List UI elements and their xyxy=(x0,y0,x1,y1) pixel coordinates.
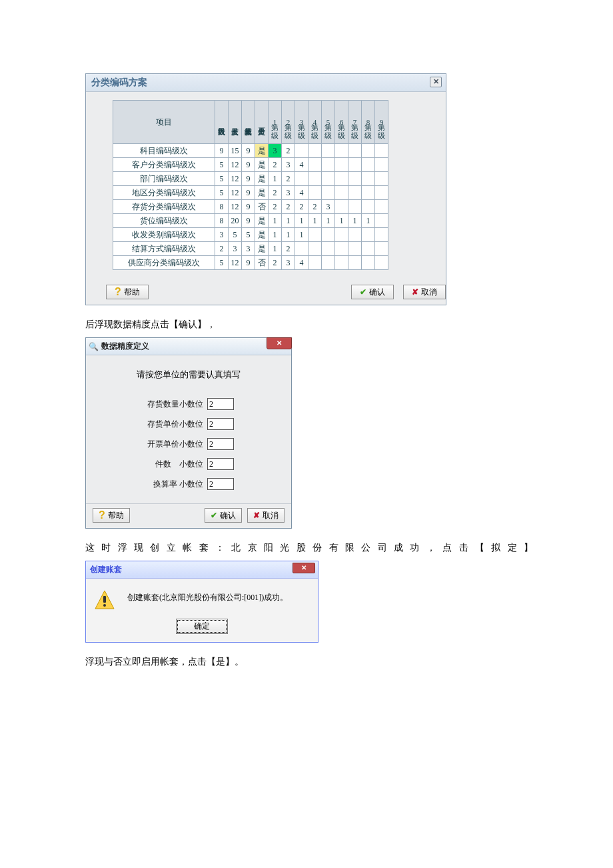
cell[interactable]: 是 xyxy=(255,242,269,256)
cell[interactable]: 部门编码级次 xyxy=(113,172,215,186)
cell[interactable] xyxy=(348,144,362,158)
cell[interactable] xyxy=(375,186,388,200)
cell[interactable] xyxy=(322,144,335,158)
cell[interactable] xyxy=(308,228,322,242)
cell[interactable]: 2 xyxy=(282,200,295,214)
cell[interactable] xyxy=(335,172,348,186)
cell[interactable]: 是 xyxy=(255,186,269,200)
cell[interactable]: 2 xyxy=(282,242,295,256)
ok-button[interactable]: ✔ 确认 xyxy=(205,508,242,523)
cell[interactable]: 1 xyxy=(269,172,282,186)
cell[interactable]: 3 xyxy=(322,200,335,214)
cell[interactable]: 9 xyxy=(242,186,255,200)
cell[interactable] xyxy=(335,186,348,200)
decimal-input[interactable]: 2 xyxy=(207,438,234,450)
cell[interactable]: 否 xyxy=(255,256,269,270)
cell[interactable]: 2 xyxy=(215,242,229,256)
cell[interactable] xyxy=(308,172,322,186)
cell[interactable]: 12 xyxy=(229,186,242,200)
cell[interactable] xyxy=(335,228,348,242)
cell[interactable]: 3 xyxy=(269,144,282,158)
cell[interactable] xyxy=(362,186,375,200)
cell[interactable]: 2 xyxy=(269,158,282,172)
decimal-input[interactable]: 2 xyxy=(207,478,234,490)
cell[interactable]: 3 xyxy=(282,256,295,270)
cell[interactable] xyxy=(362,228,375,242)
cell[interactable]: 地区分类编码级次 xyxy=(113,186,215,200)
cell[interactable]: 9 xyxy=(242,172,255,186)
cell[interactable]: 3 xyxy=(282,158,295,172)
cell[interactable] xyxy=(375,214,388,228)
cell[interactable]: 12 xyxy=(229,172,242,186)
cell[interactable] xyxy=(295,242,308,256)
cell[interactable]: 2 xyxy=(269,256,282,270)
cell[interactable] xyxy=(348,158,362,172)
cell[interactable] xyxy=(375,200,388,214)
cancel-button[interactable]: ✘ 取消 xyxy=(403,285,446,299)
cell[interactable] xyxy=(308,242,322,256)
cell[interactable] xyxy=(335,158,348,172)
cell[interactable] xyxy=(335,200,348,214)
cell[interactable]: 供应商分类编码级次 xyxy=(113,256,215,270)
cell[interactable] xyxy=(322,242,335,256)
cell[interactable]: 5 xyxy=(215,158,229,172)
cancel-button[interactable]: ✘ 取消 xyxy=(247,508,285,523)
cell[interactable] xyxy=(375,172,388,186)
cell[interactable] xyxy=(348,172,362,186)
cell[interactable] xyxy=(362,200,375,214)
cell[interactable]: 3 xyxy=(229,242,242,256)
cell[interactable] xyxy=(322,256,335,270)
decimal-input[interactable]: 2 xyxy=(207,418,234,430)
cell[interactable]: 3 xyxy=(242,242,255,256)
decimal-input[interactable]: 2 xyxy=(207,398,234,410)
cell[interactable]: 9 xyxy=(242,214,255,228)
cell[interactable]: 1 xyxy=(269,228,282,242)
cell[interactable]: 4 xyxy=(295,186,308,200)
cell[interactable] xyxy=(308,186,322,200)
cell[interactable]: 存货分类编码级次 xyxy=(113,200,215,214)
cell[interactable]: 4 xyxy=(295,256,308,270)
cell[interactable] xyxy=(348,200,362,214)
cell[interactable]: 2 xyxy=(308,200,322,214)
cell[interactable]: 1 xyxy=(295,228,308,242)
cell[interactable] xyxy=(348,228,362,242)
close-icon[interactable]: ✕ xyxy=(267,337,292,349)
cell[interactable] xyxy=(308,158,322,172)
cell[interactable] xyxy=(322,158,335,172)
cell[interactable] xyxy=(348,256,362,270)
cell[interactable] xyxy=(322,186,335,200)
cell[interactable]: 5 xyxy=(215,186,229,200)
cell[interactable] xyxy=(295,172,308,186)
cell[interactable]: 9 xyxy=(242,144,255,158)
close-icon[interactable]: ✕ xyxy=(430,77,442,87)
cell[interactable] xyxy=(362,144,375,158)
cell[interactable] xyxy=(375,158,388,172)
cell[interactable]: 5 xyxy=(215,256,229,270)
cell[interactable] xyxy=(362,172,375,186)
cell[interactable]: 1 xyxy=(335,214,348,228)
cell[interactable]: 3 xyxy=(215,228,229,242)
cell[interactable]: 1 xyxy=(295,214,308,228)
cell[interactable] xyxy=(362,158,375,172)
cell[interactable]: 货位编码级次 xyxy=(113,214,215,228)
cell[interactable]: 5 xyxy=(242,228,255,242)
cell[interactable]: 20 xyxy=(229,214,242,228)
cell[interactable]: 收发类别编码级次 xyxy=(113,228,215,242)
cell[interactable] xyxy=(348,242,362,256)
cell[interactable]: 是 xyxy=(255,158,269,172)
decimal-input[interactable]: 2 xyxy=(207,458,234,470)
cell[interactable]: 2 xyxy=(269,200,282,214)
help-button[interactable]: ? 帮助 xyxy=(93,508,130,523)
cell[interactable] xyxy=(335,242,348,256)
cell[interactable]: 1 xyxy=(348,214,362,228)
cell[interactable]: 是 xyxy=(255,172,269,186)
cell[interactable] xyxy=(335,256,348,270)
cell[interactable]: 9 xyxy=(242,158,255,172)
cell[interactable]: 2 xyxy=(282,172,295,186)
cell[interactable]: 9 xyxy=(242,200,255,214)
cell[interactable]: 8 xyxy=(215,214,229,228)
cell[interactable] xyxy=(375,256,388,270)
cell[interactable]: 8 xyxy=(215,200,229,214)
cell[interactable]: 1 xyxy=(269,214,282,228)
cell[interactable]: 是 xyxy=(255,228,269,242)
